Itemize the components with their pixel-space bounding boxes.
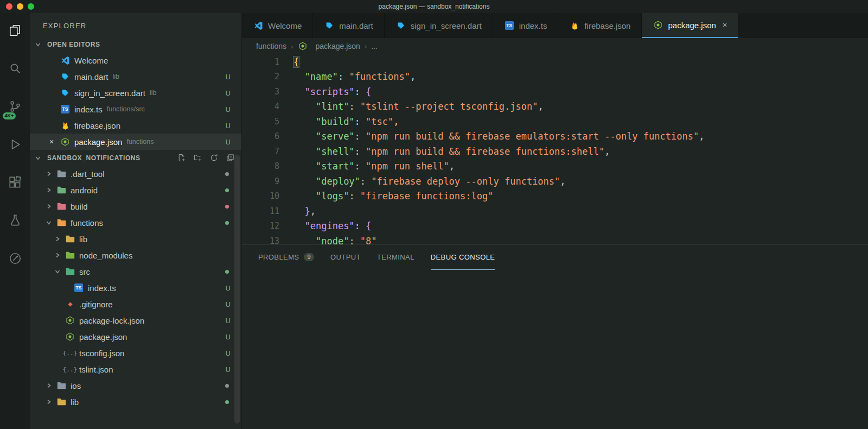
- open-editor-item[interactable]: firebase.jsonU: [30, 117, 241, 134]
- tree-folder-item[interactable]: ios: [30, 377, 241, 394]
- editor-code-area[interactable]: 1{2 "name": "functions",3 "scripts": {4 …: [242, 54, 868, 244]
- tree-folder-item[interactable]: functions: [30, 214, 241, 231]
- panel-tab-label: PROBLEMS: [258, 253, 299, 261]
- tree-folder-item[interactable]: lib: [30, 394, 241, 410]
- line-number: 8: [242, 161, 293, 171]
- new-folder-icon[interactable]: [193, 153, 202, 162]
- code-content: "node": "8": [293, 236, 377, 244]
- tree-folder-item[interactable]: android: [30, 182, 241, 198]
- tree-folder-item[interactable]: .dart_tool: [30, 166, 241, 182]
- open-editor-item[interactable]: Welcome: [30, 52, 241, 68]
- modified-dot: [225, 205, 229, 209]
- panel-tab-problems[interactable]: PROBLEMS9: [258, 245, 314, 270]
- activity-explorer-button[interactable]: [3, 20, 28, 43]
- panel-tab-terminal[interactable]: TERMINAL: [377, 245, 414, 270]
- new-file-icon[interactable]: [177, 153, 186, 162]
- tab-label: firebase.json: [584, 21, 630, 30]
- panel-tab-debug-console[interactable]: DEBUG CONSOLE: [431, 245, 495, 270]
- firebase-icon: [569, 21, 580, 30]
- line-number: 10: [242, 191, 293, 201]
- code-content: "scripts": {: [293, 86, 371, 97]
- tree-file-item[interactable]: package.jsonU: [30, 329, 241, 345]
- activity-search-button[interactable]: [3, 58, 28, 81]
- close-tab-icon[interactable]: ×: [723, 21, 727, 29]
- title-bar: package.json — sandbox_notifications: [0, 0, 868, 13]
- untracked-badge: U: [226, 138, 231, 146]
- close-editor-icon[interactable]: ×: [49, 138, 60, 146]
- zoom-window-button[interactable]: [28, 3, 34, 10]
- braces-icon: {..}: [65, 350, 75, 357]
- line-number: 1: [242, 57, 293, 67]
- line-number: 11: [242, 206, 293, 216]
- open-editor-item[interactable]: TSindex.tsfunctions/srcU: [30, 101, 241, 117]
- tab-Welcome[interactable]: Welcome: [242, 13, 313, 38]
- open-editor-detail: lib: [150, 89, 157, 97]
- line-number: 4: [242, 102, 293, 111]
- tree-folder-item[interactable]: build: [30, 198, 241, 214]
- tree-item-label: src: [79, 267, 90, 276]
- panel-tab-label: OUTPUT: [330, 253, 361, 261]
- modified-dot: [225, 221, 229, 225]
- open-editor-item[interactable]: sign_in_screen.dartlibU: [30, 85, 241, 101]
- npm-icon: [65, 316, 75, 325]
- tree-file-item[interactable]: .gitignoreU: [30, 296, 241, 312]
- tree-file-item[interactable]: {..}tsconfig.jsonU: [30, 345, 241, 361]
- untracked-badge: U: [226, 89, 231, 97]
- braces-icon: {..}: [65, 366, 75, 373]
- tab-firebase-json[interactable]: firebase.json: [558, 13, 642, 38]
- tree-folder-item[interactable]: node_modules: [30, 247, 241, 263]
- window-controls: [6, 3, 34, 10]
- extensions-icon: [8, 175, 22, 192]
- breadcrumb-item[interactable]: functions: [256, 42, 286, 51]
- breadcrumb-item[interactable]: package.json: [297, 42, 360, 51]
- code-line: 2 "name": "functions",: [242, 70, 868, 85]
- panel-tab-output[interactable]: OUTPUT: [330, 245, 361, 270]
- explorer-title: EXPLORER: [30, 13, 241, 36]
- activity-extensions-button[interactable]: [3, 172, 28, 195]
- open-editor-detail: functions/src: [107, 105, 145, 113]
- tab-main-dart[interactable]: main.dart: [313, 13, 385, 38]
- collapse-all-icon[interactable]: [226, 153, 235, 162]
- npm-icon: [297, 42, 308, 51]
- breadcrumb-label: functions: [256, 42, 286, 51]
- tab-label: sign_in_screen.dart: [411, 21, 482, 30]
- code-content: {: [293, 56, 299, 67]
- activity-extension-circle-button[interactable]: [3, 248, 28, 272]
- minimize-window-button[interactable]: [17, 3, 23, 10]
- breadcrumb-item[interactable]: ...: [371, 42, 378, 51]
- activity-run-debug-button[interactable]: [3, 134, 28, 157]
- line-number: 2: [242, 72, 293, 81]
- refresh-icon[interactable]: [209, 153, 219, 162]
- line-number: 13: [242, 236, 293, 244]
- sidebar-scrollbar[interactable]: [234, 155, 240, 424]
- close-window-button[interactable]: [6, 3, 12, 10]
- tree-file-item[interactable]: package-lock.jsonU: [30, 312, 241, 329]
- explorer-sidebar: EXPLORER OPEN EDITORS Welcomemain.dartli…: [30, 13, 241, 429]
- tree-file-item[interactable]: TSindex.tsU: [30, 280, 241, 296]
- activity-testing-button[interactable]: [3, 210, 28, 234]
- open-editor-item[interactable]: main.dartlibU: [30, 68, 241, 85]
- code-line: 3 "scripts": {: [242, 84, 868, 99]
- tab-package-json[interactable]: package.json×: [642, 13, 738, 38]
- tab-index-ts[interactable]: TSindex.ts: [493, 13, 559, 38]
- tree-file-item[interactable]: {..}tslint.jsonU: [30, 361, 241, 377]
- activity-source-control-button[interactable]: 4K+: [3, 96, 28, 119]
- problems-count-badge: 9: [304, 253, 314, 261]
- open-editors-header[interactable]: OPEN EDITORS: [30, 36, 241, 52]
- ts-icon: TS: [504, 21, 515, 30]
- tree-item-label: build: [71, 202, 88, 211]
- folder-icon: [56, 398, 67, 406]
- tab-sign_in_screen-dart[interactable]: sign_in_screen.dart: [385, 13, 493, 38]
- tree-item-label: package.json: [79, 332, 127, 342]
- code-content: "deploy": "firebase deploy --only functi…: [293, 176, 566, 187]
- explorer-icon: [8, 23, 22, 40]
- tree-folder-item[interactable]: src: [30, 263, 241, 280]
- chevron-down-icon: [46, 220, 56, 225]
- breadcrumb: functions›package.json›...: [242, 38, 868, 54]
- open-editor-detail: functions: [126, 138, 154, 146]
- code-line: 10 "logs": "firebase functions:log": [242, 189, 868, 204]
- workspace-header[interactable]: SANDBOX_NOTIFICATIONS: [30, 150, 241, 166]
- tree-folder-item[interactable]: lib: [30, 231, 241, 247]
- open-editor-item[interactable]: ×package.jsonfunctionsU: [30, 134, 241, 150]
- chevron-right-icon: [55, 236, 65, 242]
